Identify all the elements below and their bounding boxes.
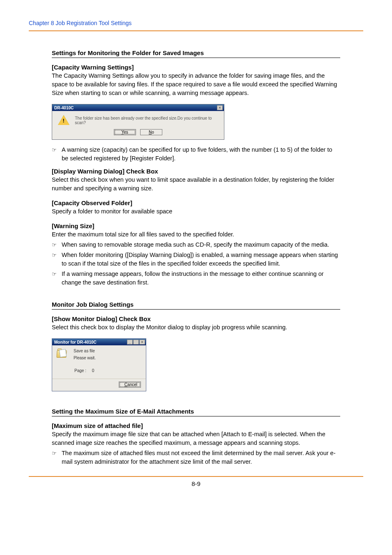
paragraph-capacity-observed-folder: Specify a folder to monitor for availabl… (52, 207, 340, 216)
section-title-monitoring-folder: Settings for Monitoring the Folder for S… (52, 49, 340, 58)
monitor-line-please-wait: Please wait. (74, 356, 96, 360)
paragraph-capacity-warning: The Capacity Warning Settings allow you … (52, 72, 340, 97)
minimize-icon[interactable]: _ (127, 340, 133, 345)
monitor-dialog-title: Monitor for DR-4010C (54, 340, 97, 345)
warning-dialog-titlebar: DR-4010C × (52, 104, 224, 111)
warning-dialog-title: DR-4010C (54, 106, 74, 110)
heading-capacity-warning-settings: [Capacity Warning Settings] (52, 64, 340, 71)
page-number: 8-9 (29, 480, 363, 487)
section-title-email-attachment-size: Setting the Maximum Size of E-Mail Attac… (52, 408, 340, 416)
warning-dialog: DR-4010C × ! The folder size has been al… (52, 104, 224, 140)
paragraph-display-warning-dialog: Select this check box when you want to l… (52, 176, 340, 193)
note-warning-size-folders: A warning size (capacity) can be specifi… (62, 146, 332, 162)
paragraph-show-monitor-dialog: Select this check box to display the Mon… (52, 323, 340, 332)
warning-icon: ! (58, 115, 69, 126)
chapter-header: Chapter 8 Job Registration Tool Settings (29, 20, 363, 30)
note-icon: ☞ (52, 450, 57, 458)
section-title-monitor-job-dialog: Monitor Job Dialog Settings (52, 301, 340, 310)
cancel-button[interactable]: Cancel (119, 382, 141, 388)
yes-button[interactable]: Yes (114, 129, 136, 135)
warning-dialog-message: The folder size has been already over th… (75, 116, 220, 125)
no-button[interactable]: No (140, 129, 162, 135)
note-icon: ☞ (52, 252, 57, 259)
monitor-dialog-titlebar: Monitor for DR-4010C _ □ × (52, 339, 146, 345)
note-mail-server-limit: The maximum size of attached files must … (62, 450, 335, 465)
note-removable-media: When saving to removable storage media s… (62, 241, 329, 248)
note-warning-message-appears: If a warning message appears, follow the… (62, 271, 324, 286)
note-icon: ☞ (52, 241, 57, 249)
close-icon[interactable]: × (139, 340, 145, 345)
maximize-icon[interactable]: □ (133, 340, 139, 345)
heading-capacity-observed-folder: [Capacity Observed Folder] (52, 199, 340, 206)
monitor-line-save-as-file: Save as file (74, 349, 96, 353)
heading-max-attached-file: [Maximum size of attached file] (52, 422, 340, 429)
heading-show-monitor-dialog: [Show Monitor Dialog] Check Box (52, 315, 340, 322)
top-divider (29, 30, 363, 31)
folder-icon (56, 349, 69, 359)
monitor-dialog: Monitor for DR-4010C _ □ × Save as file (52, 338, 146, 391)
heading-display-warning-dialog: [Display Warning Dialog] Check Box (52, 168, 340, 175)
monitor-page-value: 0 (92, 368, 95, 373)
paragraph-warning-size: Enter the maximum total size for all fil… (52, 230, 340, 239)
heading-warning-size: [Warning Size] (52, 222, 340, 229)
note-icon: ☞ (52, 271, 57, 278)
close-icon[interactable]: × (217, 105, 223, 110)
paragraph-max-attached-file: Specify the maximum image file size that… (52, 430, 340, 447)
note-icon: ☞ (52, 146, 57, 154)
monitor-page-label: Page : (74, 368, 86, 373)
bottom-divider (29, 476, 363, 477)
note-folder-monitoring: When folder monitoring ([Display Warning… (62, 252, 338, 267)
